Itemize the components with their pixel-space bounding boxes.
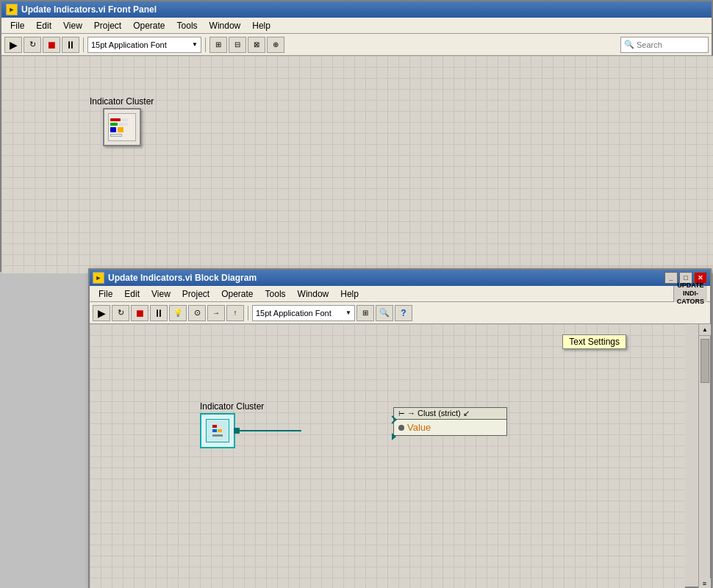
fp-menu-operate[interactable]: Operate xyxy=(127,19,171,32)
bd-toolbar: ▶ ↻ ⏹ ⏸ 💡 ⊙ → ↑ 15pt Application Font ▼ … xyxy=(90,302,710,324)
labview-icon-fp: ► xyxy=(6,4,18,15)
cluster-row-1 xyxy=(110,118,128,121)
text-settings-tooltip: Text Settings xyxy=(562,334,626,349)
cluster-node-content xyxy=(211,423,224,438)
run-continuously-button[interactable]: ↻ xyxy=(24,37,41,53)
search-input[interactable] xyxy=(637,40,703,49)
unbundle-arrow-left: ⊢ xyxy=(398,409,405,417)
cluster-inner-row1 xyxy=(212,425,223,428)
ci-connector xyxy=(212,434,223,437)
ci-orange xyxy=(218,429,222,432)
unbundle-header-text: → Clust (strict) ↙ xyxy=(407,409,470,418)
abort-button[interactable]: ⏹ xyxy=(43,37,60,53)
bd-pause-button[interactable]: ⏸ xyxy=(150,305,168,321)
bd-step-over-icon: → xyxy=(212,309,220,317)
bd-highlight-button[interactable]: 💡 xyxy=(169,305,187,321)
bd-menu-window[interactable]: Window xyxy=(292,287,335,301)
bd-menubar: File Edit View Project Operate Tools Win… xyxy=(90,286,710,302)
run-button[interactable]: ▶ xyxy=(4,37,22,53)
bd-step-out-icon: ↑ xyxy=(234,309,237,317)
font-name: 15pt Application Font xyxy=(91,40,167,49)
fp-menu-tools[interactable]: Tools xyxy=(171,19,204,32)
run-icon: ▶ xyxy=(10,40,18,50)
bd-abort-button[interactable]: ⏹ xyxy=(131,305,148,321)
fp-menu-edit[interactable]: Edit xyxy=(30,19,57,32)
bd-menu-operate[interactable]: Operate xyxy=(215,287,259,301)
labview-icon-bd: ► xyxy=(93,272,104,284)
bd-step-out-button[interactable]: ↑ xyxy=(226,305,244,321)
bd-canvas: Text Settings Indicator Cluster xyxy=(90,324,685,588)
front-panel-canvas: Indicator Cluster xyxy=(1,56,713,273)
bd-step-into-button[interactable]: ⊙ xyxy=(188,305,206,321)
front-panel-titlebar: ► Update Indicators.vi Front Panel xyxy=(1,1,712,18)
bd-menu-file[interactable]: File xyxy=(93,287,118,301)
font-dropdown-arrow: ▼ xyxy=(192,41,198,48)
cluster-row-4 xyxy=(110,134,122,137)
fp-menu-help[interactable]: Help xyxy=(246,19,276,32)
bd-unbundle-node[interactable]: ⊢ → Clust (strict) ↙ Value xyxy=(393,407,507,436)
bd-align-icon: ⊞ xyxy=(362,309,368,317)
fp-menu-file[interactable]: File xyxy=(4,19,30,32)
unbundle-dot xyxy=(398,425,404,431)
bd-search-button[interactable]: 🔍 xyxy=(376,305,393,321)
alignment-button[interactable]: ⊞ xyxy=(209,37,227,53)
cluster-row-2 xyxy=(110,123,128,126)
reorder-icon: ⊕ xyxy=(273,41,279,49)
scroll-up-button[interactable]: ▲ xyxy=(699,324,711,336)
bd-run-button[interactable]: ▶ xyxy=(93,305,110,321)
bd-indicator-cluster[interactable]: Indicator Cluster xyxy=(200,401,301,448)
bar-green xyxy=(110,123,118,126)
fp-menu-view[interactable]: View xyxy=(57,19,88,32)
unbundle-output-arrow xyxy=(392,433,396,440)
reorder-button[interactable]: ⊕ xyxy=(267,37,284,53)
bd-menu-view[interactable]: View xyxy=(146,287,176,301)
front-panel-window: ► Update Indicators.vi Front Panel File … xyxy=(0,0,713,272)
bd-menu-tools[interactable]: Tools xyxy=(259,287,292,301)
bd-scrollbar-v[interactable]: ▲ ▼ ≡ xyxy=(698,324,710,588)
bd-step-over-button[interactable]: → xyxy=(207,305,225,321)
block-diagram-window: ► Update Indicators.vi Block Diagram _ □… xyxy=(88,268,712,588)
bd-align-button[interactable]: ⊞ xyxy=(356,305,374,321)
pause-icon: ⏸ xyxy=(65,40,76,50)
bd-menu-help[interactable]: Help xyxy=(334,287,365,301)
scrollbar-corner: ≡ xyxy=(698,578,710,588)
fp-menu-window[interactable]: Window xyxy=(204,19,247,32)
bd-side-label: UPDATE INDI- CATORS xyxy=(673,286,707,302)
bd-help-button[interactable]: ? xyxy=(395,305,412,321)
distribution-icon: ⊟ xyxy=(234,41,240,49)
bd-cluster-label: Indicator Cluster xyxy=(200,401,264,412)
bd-toolbar-sep xyxy=(248,306,248,320)
bd-unbundle-header: ⊢ → Clust (strict) ↙ xyxy=(394,408,506,420)
bd-cluster-node-inner xyxy=(206,419,229,442)
wire-svg xyxy=(235,429,301,432)
bd-menu-edit[interactable]: Edit xyxy=(118,287,146,301)
ci-blue xyxy=(212,429,217,432)
bd-step-into-icon: ⊙ xyxy=(194,309,201,317)
resize-button[interactable]: ⊠ xyxy=(248,37,265,53)
distribution-button[interactable]: ⊟ xyxy=(229,37,246,53)
indicator-orange xyxy=(118,127,123,132)
front-panel-menubar: File Edit View Project Operate Tools Win… xyxy=(1,18,712,34)
cluster-inner-row2 xyxy=(212,429,223,432)
bd-run-icon: ▶ xyxy=(98,308,106,318)
bd-unbundle-value-row: Value xyxy=(394,420,506,435)
cluster-icon[interactable] xyxy=(103,108,141,146)
bd-menu-project[interactable]: Project xyxy=(176,287,215,301)
alignment-icon: ⊞ xyxy=(215,41,221,49)
scroll-thumb-v[interactable] xyxy=(701,339,709,383)
cluster-row-3 xyxy=(110,127,123,132)
fp-menu-project[interactable]: Project xyxy=(88,19,127,32)
bd-run-continuously-icon: ↻ xyxy=(118,309,124,317)
indicator-cluster-fp[interactable]: Indicator Cluster xyxy=(90,96,154,146)
bd-titlebar: ► Update Indicators.vi Block Diagram _ □… xyxy=(90,270,710,286)
bd-cluster-node[interactable] xyxy=(200,413,235,448)
toolbar-sep-1 xyxy=(83,37,84,52)
bd-font-dropdown[interactable]: 15pt Application Font ▼ xyxy=(252,305,355,321)
pause-button[interactable]: ⏸ xyxy=(62,37,79,53)
search-box[interactable]: 🔍 xyxy=(620,37,709,53)
font-dropdown[interactable]: 15pt Application Font ▼ xyxy=(87,37,201,53)
front-panel-title: Update Indicators.vi Front Panel xyxy=(21,4,157,15)
bd-run-continuously-button[interactable]: ↻ xyxy=(112,305,129,321)
minimize-button[interactable]: _ xyxy=(664,272,678,284)
bar-red xyxy=(110,118,121,121)
